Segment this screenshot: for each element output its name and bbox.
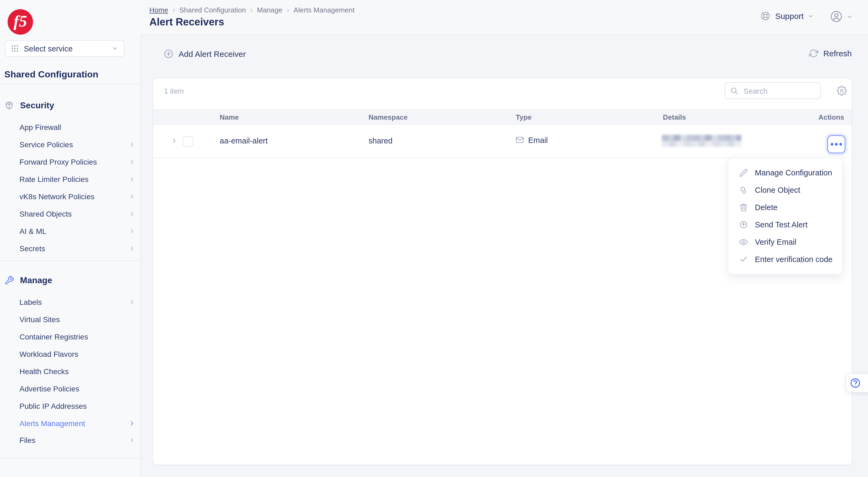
chevron-down-icon bbox=[112, 45, 119, 52]
sidebar: f5 Select service Shared Configuration bbox=[0, 0, 141, 477]
menu-item-send-test-alert[interactable]: Send Test Alert bbox=[728, 216, 842, 233]
breadcrumb-separator-icon: › bbox=[173, 5, 175, 14]
sidebar-item-service-policies[interactable]: Service Policies bbox=[20, 138, 135, 151]
menu-item-manage-configuration[interactable]: Manage Configuration bbox=[728, 164, 842, 181]
help-question-icon bbox=[849, 377, 861, 389]
chevron-right-icon bbox=[129, 245, 135, 252]
user-menu[interactable] bbox=[830, 10, 853, 23]
chevron-down-icon bbox=[846, 13, 853, 20]
chevron-right-icon bbox=[129, 437, 135, 443]
add-alert-receiver-button[interactable]: Add Alert Receiver bbox=[163, 49, 246, 59]
divider bbox=[0, 261, 140, 261]
sidebar-item-virtual-sites[interactable]: Virtual Sites bbox=[20, 313, 135, 326]
chevron-right-icon bbox=[129, 228, 135, 234]
sidebar-title: Shared Configuration bbox=[4, 69, 98, 80]
select-service-dropdown[interactable]: Select service bbox=[5, 40, 124, 57]
table-row: aa-email-alert shared Email bbox=[153, 125, 852, 158]
chevron-right-icon bbox=[129, 420, 135, 427]
check-icon bbox=[739, 255, 748, 264]
sidebar-item-workload-flavors[interactable]: Workload Flavors bbox=[20, 348, 135, 361]
row-type: Email bbox=[515, 136, 548, 145]
row-name[interactable]: aa-email-alert bbox=[220, 137, 268, 145]
sidebar-item-advertise-policies[interactable]: Advertise Policies bbox=[20, 382, 135, 395]
chevron-right-icon bbox=[129, 211, 135, 217]
row-actions-button[interactable] bbox=[828, 136, 845, 153]
breadcrumb-separator-icon: › bbox=[250, 5, 252, 14]
support-label: Support bbox=[775, 11, 804, 21]
divider bbox=[0, 84, 140, 85]
sidebar-item-forward-proxy-policies[interactable]: Forward Proxy Policies bbox=[20, 155, 135, 169]
row-checkbox[interactable] bbox=[183, 137, 193, 147]
clone-icon bbox=[739, 186, 748, 195]
table-header: Name Namespace Type Details Actions bbox=[153, 109, 852, 125]
sidebar-item-app-firewall[interactable]: App Firewall bbox=[20, 121, 135, 134]
plus-circle-icon bbox=[163, 49, 174, 59]
chevron-right-icon bbox=[129, 141, 135, 148]
column-header-actions: Actions bbox=[818, 113, 844, 121]
menu-item-verify-email[interactable]: Verify Email bbox=[728, 233, 842, 251]
chevron-right-icon bbox=[129, 299, 135, 305]
support-menu[interactable]: Support bbox=[761, 11, 814, 21]
wrench-icon bbox=[4, 276, 14, 285]
sidebar-item-container-registries[interactable]: Container Registries bbox=[20, 330, 135, 343]
column-header-details: Details bbox=[663, 113, 686, 121]
search-icon bbox=[730, 87, 738, 95]
sidebar-item-files[interactable]: Files bbox=[20, 434, 135, 447]
sidebar-item-secrets[interactable]: Secrets bbox=[20, 242, 135, 255]
sidebar-item-rate-limiter-policies[interactable]: Rate Limiter Policies bbox=[20, 173, 135, 186]
column-header-type: Type bbox=[516, 113, 532, 121]
expand-row-chevron-icon[interactable] bbox=[170, 137, 178, 145]
mail-icon bbox=[515, 136, 524, 145]
breadcrumb: Home › Shared Configuration › Manage › A… bbox=[149, 5, 355, 14]
chevron-right-icon bbox=[129, 159, 135, 165]
sidebar-item-shared-objects[interactable]: Shared Objects bbox=[20, 207, 135, 220]
help-button[interactable] bbox=[846, 374, 868, 392]
menu-item-enter-verification-code[interactable]: Enter verification code bbox=[728, 251, 842, 268]
pencil-icon bbox=[739, 169, 748, 177]
item-count: 1 item bbox=[164, 87, 184, 95]
sidebar-item-public-ip-addresses[interactable]: Public IP Addresses bbox=[20, 399, 135, 413]
menu-item-delete[interactable]: Delete bbox=[728, 199, 842, 216]
sidebar-item-labels[interactable]: Labels bbox=[20, 296, 135, 308]
chevron-right-icon bbox=[129, 176, 135, 182]
chevron-right-icon bbox=[129, 193, 135, 200]
arrow-up-circle-icon bbox=[739, 220, 748, 229]
column-header-name: Name bbox=[220, 113, 239, 121]
breadcrumb-manage[interactable]: Manage bbox=[257, 6, 282, 14]
app-window: f5 Select service Shared Configuration bbox=[0, 0, 868, 477]
row-namespace: shared bbox=[369, 137, 393, 145]
select-service-label: Select service bbox=[24, 44, 112, 53]
breadcrumb-home[interactable]: Home bbox=[149, 6, 168, 14]
breadcrumb-alerts-management[interactable]: Alerts Management bbox=[293, 6, 354, 14]
chevron-down-icon bbox=[807, 13, 814, 19]
divider bbox=[0, 458, 140, 458]
avatar-icon bbox=[830, 10, 843, 23]
sidebar-section-security: Security bbox=[4, 100, 54, 112]
column-header-namespace: Namespace bbox=[369, 113, 408, 121]
trash-icon bbox=[739, 203, 748, 212]
sidebar-item-alerts-management[interactable]: Alerts Management bbox=[20, 417, 135, 430]
sidebar-item-vk8s-network-policies[interactable]: vK8s Network Policies bbox=[20, 190, 135, 203]
page-title: Alert Receivers bbox=[149, 16, 224, 28]
f5-logo[interactable]: f5 bbox=[7, 9, 33, 35]
eye-icon bbox=[739, 238, 748, 246]
grid-icon bbox=[11, 44, 19, 53]
gear-icon[interactable] bbox=[837, 86, 847, 96]
refresh-button[interactable]: Refresh bbox=[809, 49, 852, 58]
shield-icon bbox=[4, 101, 14, 111]
search-box bbox=[724, 82, 821, 99]
refresh-icon bbox=[809, 49, 818, 58]
breadcrumb-separator-icon: › bbox=[287, 5, 289, 14]
main-area: Home › Shared Configuration › Manage › A… bbox=[141, 0, 868, 477]
lifebuoy-icon bbox=[761, 11, 771, 21]
breadcrumb-shared-configuration[interactable]: Shared Configuration bbox=[179, 6, 246, 14]
search-input[interactable] bbox=[742, 86, 815, 95]
sidebar-item-ai-ml[interactable]: AI & ML bbox=[20, 225, 135, 238]
sidebar-section-manage: Manage bbox=[4, 274, 52, 287]
row-details-redacted bbox=[662, 135, 741, 147]
sidebar-item-health-checks[interactable]: Health Checks bbox=[20, 365, 135, 378]
menu-item-clone-object[interactable]: Clone Object bbox=[728, 181, 842, 199]
row-actions-menu: Manage Configuration Clone Object Del bbox=[728, 157, 843, 274]
